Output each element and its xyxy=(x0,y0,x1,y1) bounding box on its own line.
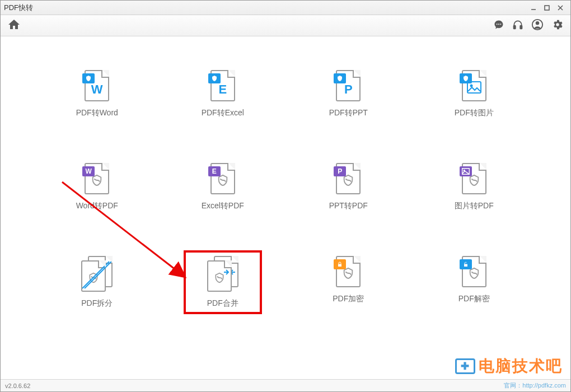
page-icon: W xyxy=(85,163,109,194)
pdf-badge-icon xyxy=(208,73,221,83)
tile-pdf-to-excel[interactable]: E PDF转Excel xyxy=(189,70,256,118)
tile-ppt-to-pdf[interactable]: P PPT转PDF xyxy=(315,163,382,211)
unlock-badge-icon xyxy=(460,259,472,269)
tile-label: Word转PDF xyxy=(76,201,118,211)
page-icon: E xyxy=(210,163,235,194)
tile-pdf-to-image[interactable]: PDF转图片 xyxy=(441,70,508,118)
tile-label: PPT转PDF xyxy=(329,201,368,211)
chat-icon[interactable] xyxy=(493,19,504,32)
page-icon xyxy=(462,256,486,287)
letter-icon: P xyxy=(344,82,353,97)
tile-pdf-decrypt[interactable]: PDF解密 xyxy=(441,256,508,309)
page-icon: P xyxy=(336,70,361,101)
tile-label: PDF加密 xyxy=(333,294,364,304)
page-icon xyxy=(336,256,361,287)
page-icon xyxy=(462,70,486,101)
tile-label: PDF转PPT xyxy=(329,108,368,118)
tile-pdf-to-word[interactable]: W PDF转Word xyxy=(63,70,130,118)
page-icon: E xyxy=(210,70,235,101)
tile-label: PDF转Word xyxy=(76,108,118,118)
app-window: PDF快转 xyxy=(0,0,571,392)
svg-point-5 xyxy=(498,24,499,25)
svg-point-10 xyxy=(536,21,539,25)
tile-pdf-merge[interactable]: PDF合并 xyxy=(189,256,256,309)
page-icon: P xyxy=(336,163,361,194)
svg-rect-8 xyxy=(520,25,522,29)
account-icon[interactable] xyxy=(531,18,544,33)
toolbar xyxy=(1,15,570,36)
tile-label: PDF合并 xyxy=(207,298,238,309)
close-button[interactable] xyxy=(554,2,567,14)
word-badge-icon: W xyxy=(82,166,95,176)
headphones-icon[interactable] xyxy=(512,19,523,32)
window-controls xyxy=(527,2,567,14)
excel-badge-icon: E xyxy=(208,166,221,176)
lock-badge-icon xyxy=(334,259,346,269)
tile-label: PDF转Excel xyxy=(202,108,244,118)
maximize-button[interactable] xyxy=(540,2,554,14)
svg-point-6 xyxy=(500,24,501,25)
pdf-badge-icon xyxy=(334,73,346,83)
tile-label: PDF转图片 xyxy=(455,108,494,118)
tile-pdf-split[interactable]: PDF拆分 xyxy=(63,256,130,309)
split-icon xyxy=(81,256,113,292)
home-button[interactable] xyxy=(7,18,21,34)
tool-grid: W PDF转Word E PDF转Excel P xyxy=(57,70,514,309)
svg-rect-18 xyxy=(338,264,341,267)
svg-point-4 xyxy=(497,24,498,25)
tile-label: 图片转PDF xyxy=(455,201,494,211)
svg-rect-19 xyxy=(464,264,467,267)
minimize-button[interactable] xyxy=(527,2,540,14)
tile-excel-to-pdf[interactable]: E Excel转PDF xyxy=(189,163,256,211)
tile-label: PDF拆分 xyxy=(81,298,113,309)
official-link[interactable]: 官网：http://pdfkz.com xyxy=(504,381,566,390)
pdf-badge-icon xyxy=(460,73,472,83)
svg-rect-1 xyxy=(545,6,549,10)
tile-word-to-pdf[interactable]: W Word转PDF xyxy=(63,163,130,211)
tile-label: PDF解密 xyxy=(458,294,490,304)
pdf-badge-icon xyxy=(82,73,95,83)
titlebar: PDF快转 xyxy=(1,1,570,15)
window-title: PDF快转 xyxy=(4,3,33,13)
version-label: v2.0.6.62 xyxy=(5,382,30,389)
svg-point-13 xyxy=(470,84,472,87)
page-icon xyxy=(462,163,486,194)
svg-point-11 xyxy=(556,23,559,26)
ppt-badge-icon: P xyxy=(334,166,346,176)
merge-icon xyxy=(207,256,238,292)
letter-icon: W xyxy=(91,82,103,97)
letter-icon: E xyxy=(218,82,227,97)
tile-pdf-encrypt[interactable]: PDF加密 xyxy=(315,256,382,309)
content-area: W PDF转Word E PDF转Excel P xyxy=(1,36,570,379)
image-badge-icon xyxy=(460,166,472,176)
tile-label: Excel转PDF xyxy=(202,201,244,211)
settings-icon[interactable] xyxy=(551,18,564,33)
tile-pdf-to-ppt[interactable]: P PDF转PPT xyxy=(315,70,382,118)
tile-image-to-pdf[interactable]: 图片转PDF xyxy=(441,163,508,211)
svg-rect-7 xyxy=(514,25,516,29)
page-icon: W xyxy=(85,70,109,101)
status-bar: v2.0.6.62 官网：http://pdfkz.com xyxy=(1,379,570,391)
